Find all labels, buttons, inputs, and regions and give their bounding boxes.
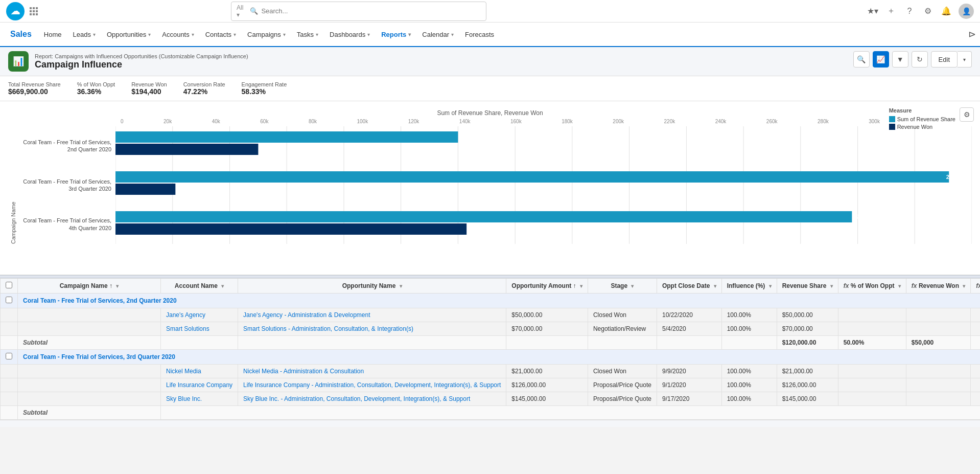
campaign-name-cell: [18, 308, 161, 322]
salesforce-logo[interactable]: ☁: [6, 2, 25, 20]
nav-item-forecasts[interactable]: Forecasts: [460, 22, 499, 47]
account-link[interactable]: Jane's Agency: [166, 311, 205, 319]
nav-item-home[interactable]: Home: [39, 22, 67, 47]
app-launcher-icon[interactable]: [29, 6, 39, 16]
favorites-icon[interactable]: ★▾: [867, 5, 879, 17]
dashboards-chevron: ▾: [367, 32, 370, 37]
group-checkbox-cell: [1, 350, 18, 365]
opportunity-link[interactable]: Smart Solutions - Administration, Consul…: [243, 325, 413, 332]
stat-label-engagement-rate: Engagement Rate: [242, 81, 287, 87]
table-body: Coral Team - Free Trial of Services, 2nd…: [1, 294, 981, 420]
bar-q4-revenue-share-label: 258k: [856, 214, 869, 220]
influence-filter-icon[interactable]: ▾: [769, 283, 772, 289]
account-link[interactable]: Sky Blue Inc.: [166, 395, 202, 402]
col-revenue-won-header[interactable]: fx Revenue Won ▾: [906, 279, 970, 294]
bar-q3-revenue-won: [115, 184, 175, 195]
user-avatar[interactable]: 👤: [959, 4, 974, 19]
stage-filter-icon[interactable]: ▾: [631, 283, 634, 289]
help-icon[interactable]: ?: [903, 5, 916, 17]
account-name-filter-icon[interactable]: ▾: [221, 283, 224, 289]
group-link-q2[interactable]: Coral Team - Free Trial of Services, 2nd…: [23, 297, 177, 304]
table-row: Life Insurance Company Life Insurance Co…: [1, 378, 981, 392]
edit-dropdown-button[interactable]: ▾: [958, 51, 972, 67]
notifications-icon[interactable]: 🔔: [940, 5, 952, 17]
nav-item-tasks[interactable]: Tasks▾: [292, 22, 323, 47]
chart-toggle-button[interactable]: 📈: [873, 51, 889, 67]
won-oppt-cell: [838, 392, 906, 406]
horizontal-scrollbar[interactable]: [0, 420, 980, 427]
revenue-share-cell: $21,000.00: [777, 365, 838, 378]
table-row: Jane's Agency Jane's Agency - Administra…: [1, 308, 981, 322]
account-name-cell: Jane's Agency: [161, 308, 238, 322]
account-link[interactable]: Smart Solutions: [166, 325, 209, 332]
amount-cell: $70,000.00: [506, 322, 588, 336]
nav-expand-icon[interactable]: ⊳: [968, 29, 976, 40]
group-checkbox-q2[interactable]: [6, 297, 12, 303]
subtotal-revenue-won: $50,000: [906, 336, 970, 350]
col-influence-header[interactable]: Influence (%) ▾: [721, 279, 777, 294]
account-link[interactable]: Life Insurance Company: [166, 381, 232, 389]
revenue-won-filter-icon[interactable]: ▾: [963, 283, 965, 289]
close-date-filter-icon[interactable]: ▾: [714, 283, 716, 289]
opportunity-amount-filter-icon[interactable]: ▾: [580, 283, 582, 289]
search-report-button[interactable]: 🔍: [853, 51, 870, 67]
bar-q4-revenue-share: [115, 211, 852, 222]
nav-item-calendar[interactable]: Calendar▾: [417, 22, 459, 47]
col-opportunity-amount-header[interactable]: Opportunity Amount ↑ ▾: [506, 279, 588, 294]
group-checkbox-q3[interactable]: [6, 353, 12, 359]
opportunity-link[interactable]: Sky Blue Inc. - Administration, Consulta…: [243, 395, 470, 402]
stat-conversion-rate: Conversion Rate 47.22%: [183, 81, 225, 96]
opportunity-name-cell: Nickel Media - Administration & Consulta…: [238, 365, 506, 378]
amount-cell: $145,000.00: [506, 392, 588, 406]
revenue-share-filter-icon[interactable]: ▾: [830, 283, 833, 289]
col-close-date-header[interactable]: Oppt Close Date ▾: [657, 279, 721, 294]
row-checkbox-cell: [1, 378, 18, 392]
nav-item-campaigns[interactable]: Campaigns▾: [242, 22, 291, 47]
nav-item-leads[interactable]: Leads▾: [68, 22, 101, 47]
opportunity-link[interactable]: Nickel Media - Administration & Consulta…: [243, 368, 364, 375]
opportunity-name-filter-icon[interactable]: ▾: [400, 283, 402, 289]
y-axis-label: Campaign Name: [8, 126, 18, 244]
col-won-oppt-header[interactable]: fx % of Won Oppt ▾: [838, 279, 906, 294]
close-date-cell: 9/1/2020: [657, 378, 721, 392]
won-oppt-filter-icon[interactable]: ▾: [898, 283, 901, 289]
settings-icon[interactable]: ⚙: [922, 5, 934, 17]
edit-report-button[interactable]: Edit: [931, 51, 958, 67]
filter-report-button[interactable]: ▼: [892, 51, 908, 67]
col-revenue-share-header[interactable]: Revenue Share ▾: [777, 279, 838, 294]
chart-svg: 120k 50k 292k 21k 258k 123k: [115, 126, 972, 244]
account-link[interactable]: Nickel Media: [166, 368, 201, 375]
row-checkbox-cell: [1, 308, 18, 322]
search-scope-selector[interactable]: All ▾: [237, 4, 247, 18]
group-name-q3[interactable]: Coral Team - Free Trial of Services, 3rd…: [18, 350, 981, 365]
revenue-won-cell: [906, 308, 970, 322]
opportunity-name-cell: Sky Blue Inc. - Administration, Consulta…: [238, 392, 506, 406]
global-search-bar[interactable]: All ▾ 🔍: [231, 2, 486, 21]
bar-q3-revenue-share: [115, 171, 949, 183]
nav-item-dashboards[interactable]: Dashboards▾: [324, 22, 375, 47]
opportunity-link[interactable]: Life Insurance Company - Administration,…: [243, 381, 501, 389]
influence-cell: 100.00%: [721, 322, 777, 336]
add-icon[interactable]: ＋: [885, 5, 897, 17]
col-account-name-header[interactable]: Account Name ▾: [161, 279, 238, 294]
nav-item-accounts[interactable]: Accounts▾: [157, 22, 199, 47]
col-conver-header[interactable]: fx Conver...: [971, 279, 980, 294]
col-opportunity-name-header[interactable]: Opportunity Name ▾: [238, 279, 506, 294]
group-name-q2[interactable]: Coral Team - Free Trial of Services, 2nd…: [18, 294, 981, 308]
col-campaign-name-header[interactable]: Campaign Name ↑ ▾: [18, 279, 161, 294]
nav-item-reports[interactable]: Reports▾: [376, 22, 416, 47]
search-input[interactable]: [261, 7, 481, 15]
nav-item-contacts[interactable]: Contacts▾: [200, 22, 241, 47]
select-all-checkbox[interactable]: [6, 282, 12, 288]
group-link-q3[interactable]: Coral Team - Free Trial of Services, 3rd…: [23, 353, 175, 360]
refresh-report-button[interactable]: ↻: [912, 51, 928, 67]
table-area: Campaign Name ↑ ▾ Account Name ▾ Opportu…: [0, 278, 980, 474]
opportunity-link[interactable]: Jane's Agency - Administration & Develop…: [243, 311, 370, 319]
col-stage-header[interactable]: Stage ▾: [588, 279, 657, 294]
won-oppt-cell: [838, 378, 906, 392]
svg-rect-8: [36, 13, 38, 15]
chart-settings-button[interactable]: ⚙: [960, 107, 974, 122]
campaign-name-filter-icon[interactable]: ▾: [116, 283, 119, 289]
svg-rect-4: [33, 10, 35, 12]
nav-item-opportunities[interactable]: Opportunities▾: [102, 22, 156, 47]
